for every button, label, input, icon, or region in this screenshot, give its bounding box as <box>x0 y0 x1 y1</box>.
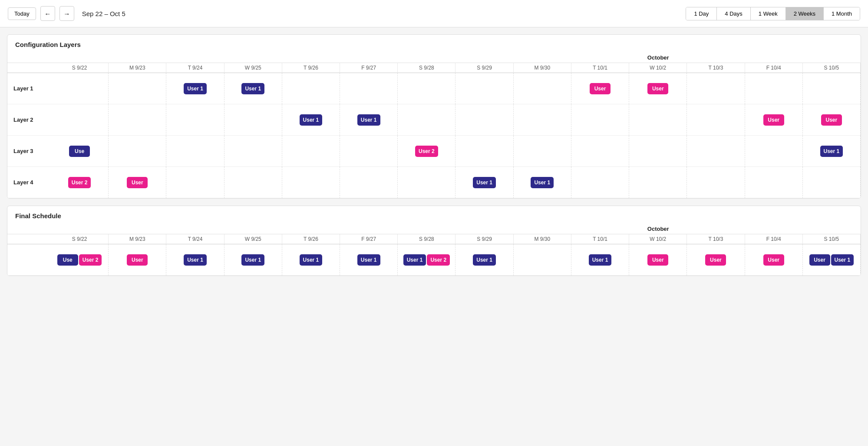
event-chip[interactable]: User 1 <box>241 83 264 94</box>
event-chip[interactable]: User 2 <box>415 146 438 157</box>
event-chip[interactable]: User 2 <box>68 177 91 188</box>
layer-cell-3-7: User 1 <box>455 167 513 198</box>
day-header-13: S 10/5 <box>803 63 861 73</box>
event-chip[interactable]: User <box>590 83 611 94</box>
layer-label-2: Layer 3 <box>7 136 51 167</box>
event-chip[interactable]: User 1 <box>300 114 323 126</box>
layer-cell-2-4 <box>282 136 340 167</box>
layer-cell-2-13: User 1 <box>803 136 861 167</box>
view-2weeks[interactable]: 2 Weeks <box>785 7 823 20</box>
event-chip[interactable]: User 1 <box>300 254 323 266</box>
day-header-11: T 10/3 <box>687 234 745 244</box>
layer-cell-2-10 <box>629 136 687 167</box>
view-1week[interactable]: 1 Week <box>750 7 785 20</box>
day-header-13: S 10/5 <box>803 234 861 244</box>
event-chip[interactable]: User 1 <box>357 254 380 266</box>
event-chip[interactable]: User <box>763 114 784 126</box>
layer-cell-1-6 <box>398 104 455 136</box>
layer-cell-2-8 <box>514 136 571 167</box>
layer-cell-3-8: User 1 <box>514 167 571 198</box>
layer-cell-0-8 <box>514 73 571 104</box>
event-chip[interactable]: User 1 <box>241 254 264 266</box>
final-cell-11: User <box>687 244 745 276</box>
final-cell-1: User <box>109 244 166 276</box>
today-button[interactable]: Today <box>8 7 36 20</box>
layer-cell-3-10 <box>629 167 687 198</box>
event-chip[interactable]: User 2 <box>427 254 450 266</box>
layer-cell-2-11 <box>687 136 745 167</box>
layer-cell-0-4 <box>282 73 340 104</box>
final-cell-0: UseUser 2 <box>51 244 109 276</box>
event-chip[interactable]: User 1 <box>820 146 843 157</box>
view-1day[interactable]: 1 Day <box>686 7 716 20</box>
layer-cell-1-9 <box>571 104 629 136</box>
layer-cell-3-4 <box>282 167 340 198</box>
layer-cell-2-12 <box>745 136 803 167</box>
config-title: Configuration Layers <box>7 35 861 53</box>
day-header-1: M 9/23 <box>109 234 166 244</box>
layer-cell-0-1 <box>109 73 166 104</box>
day-header-0: S 9/22 <box>51 234 109 244</box>
layer-cell-0-10: User <box>629 73 687 104</box>
event-chip[interactable]: User 1 <box>184 83 207 94</box>
layer-cell-3-2 <box>166 167 224 198</box>
layer-cell-1-11 <box>687 104 745 136</box>
event-chip[interactable]: User <box>647 83 668 94</box>
final-cell-4: User 1 <box>282 244 340 276</box>
event-chip[interactable]: User 1 <box>473 254 496 266</box>
next-button[interactable]: → <box>59 6 74 21</box>
layer-cell-3-5 <box>340 167 398 198</box>
layer-cell-0-3: User 1 <box>224 73 282 104</box>
layer-cell-0-7 <box>455 73 513 104</box>
layer-cell-2-5 <box>340 136 398 167</box>
layer-cell-0-5 <box>340 73 398 104</box>
event-chip[interactable]: User <box>821 114 842 126</box>
event-chip[interactable]: User 2 <box>79 254 102 266</box>
day-header-5: F 9/27 <box>340 234 398 244</box>
day-header-3: W 9/25 <box>224 234 282 244</box>
final-row-label <box>7 244 51 276</box>
day-header-11: T 10/3 <box>687 63 745 73</box>
event-chip[interactable]: User 1 <box>831 254 854 266</box>
event-chip[interactable]: User <box>705 254 726 266</box>
final-cell-2: User 1 <box>166 244 224 276</box>
event-chip[interactable]: Use <box>69 146 90 157</box>
event-chip[interactable]: Use <box>57 254 78 266</box>
day-header-2: T 9/24 <box>166 234 224 244</box>
main-content: Configuration Layers OctoberS 9/22M 9/23… <box>0 27 868 290</box>
event-chip[interactable]: User 1 <box>473 177 496 188</box>
day-header-10: W 10/2 <box>629 234 687 244</box>
day-header-7: S 9/29 <box>455 234 513 244</box>
day-header-10: W 10/2 <box>629 63 687 73</box>
day-header-4: T 9/26 <box>282 234 340 244</box>
layer-cell-1-8 <box>514 104 571 136</box>
day-header-6: S 9/28 <box>398 234 455 244</box>
event-chip[interactable]: User 1 <box>589 254 612 266</box>
event-chip[interactable]: User 1 <box>184 254 207 266</box>
layer-cell-1-2 <box>166 104 224 136</box>
event-chip[interactable]: User 1 <box>403 254 426 266</box>
event-chip[interactable]: User 1 <box>531 177 554 188</box>
final-cell-13: UserUser 1 <box>803 244 861 276</box>
event-chip[interactable]: User <box>763 254 784 266</box>
event-chip[interactable]: User <box>127 177 148 188</box>
event-chip[interactable]: User 1 <box>357 114 380 126</box>
layer-cell-3-3 <box>224 167 282 198</box>
final-cell-9: User 1 <box>571 244 629 276</box>
event-chip[interactable]: User <box>809 254 830 266</box>
day-header-2: T 9/24 <box>166 63 224 73</box>
day-header-8: M 9/30 <box>514 234 571 244</box>
view-1month[interactable]: 1 Month <box>823 7 860 20</box>
event-chip[interactable]: User <box>647 254 668 266</box>
day-header-1: M 9/23 <box>109 63 166 73</box>
event-chip[interactable]: User <box>127 254 148 266</box>
final-cell-6: User 1User 2 <box>398 244 455 276</box>
prev-button[interactable]: ← <box>40 6 55 21</box>
layer-cell-2-1 <box>109 136 166 167</box>
layer-cell-3-0: User 2 <box>51 167 109 198</box>
day-header-0: S 9/22 <box>51 63 109 73</box>
layer-cell-3-9 <box>571 167 629 198</box>
layer-cell-1-10 <box>629 104 687 136</box>
view-4days[interactable]: 4 Days <box>716 7 750 20</box>
layer-cell-2-6: User 2 <box>398 136 455 167</box>
